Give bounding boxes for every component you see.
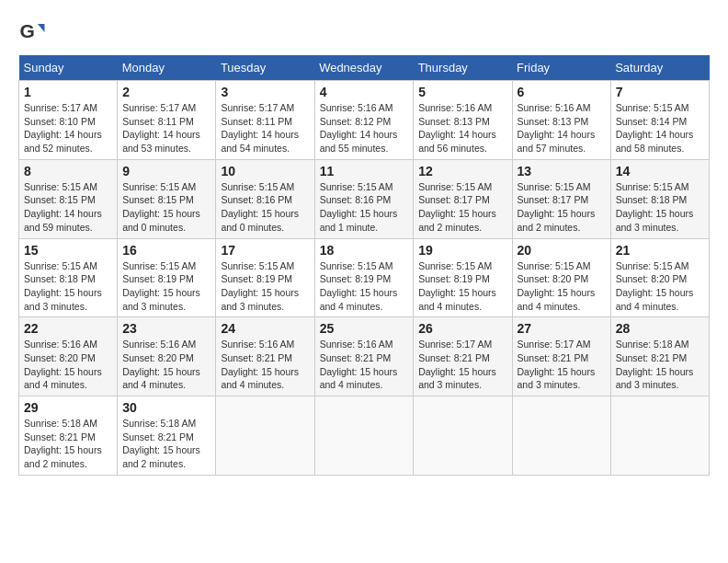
day-cell-10: 10Sunrise: 5:15 AMSunset: 8:16 PMDayligh… <box>216 159 314 238</box>
day-detail-22: Sunrise: 5:16 AMSunset: 8:20 PMDaylight:… <box>24 338 112 392</box>
day-detail-21: Sunrise: 5:15 AMSunset: 8:20 PMDaylight:… <box>616 259 704 314</box>
day-number-6: 6 <box>518 85 606 99</box>
day-number-8: 8 <box>24 164 112 178</box>
day-cell-30: 30Sunrise: 5:18 AMSunset: 8:21 PMDayligh… <box>118 396 216 476</box>
week-row-5: 29Sunrise: 5:18 AMSunset: 8:21 PMDayligh… <box>19 396 710 476</box>
day-cell-19: 19Sunrise: 5:15 AMSunset: 8:19 PMDayligh… <box>414 238 512 317</box>
day-cell-5: 5Sunrise: 5:16 AMSunset: 8:13 PMDaylight… <box>414 81 512 160</box>
week-row-2: 8Sunrise: 5:15 AMSunset: 8:15 PMDaylight… <box>19 159 710 238</box>
header-friday: Friday <box>512 55 610 81</box>
day-cell-22: 22Sunrise: 5:16 AMSunset: 8:20 PMDayligh… <box>19 317 118 396</box>
header-saturday: Saturday <box>610 55 709 81</box>
day-number-29: 29 <box>24 400 112 415</box>
day-cell-7: 7Sunrise: 5:15 AMSunset: 8:14 PMDaylight… <box>610 81 709 160</box>
day-cell-4: 4Sunrise: 5:16 AMSunset: 8:12 PMDaylight… <box>314 81 414 160</box>
day-detail-4: Sunrise: 5:16 AMSunset: 8:12 PMDaylight:… <box>320 101 409 155</box>
day-number-4: 4 <box>320 85 409 99</box>
day-cell-6: 6Sunrise: 5:16 AMSunset: 8:13 PMDaylight… <box>512 81 610 160</box>
day-detail-2: Sunrise: 5:17 AMSunset: 8:11 PMDaylight:… <box>122 101 210 155</box>
day-number-16: 16 <box>122 243 210 258</box>
day-number-23: 23 <box>122 321 210 336</box>
day-detail-16: Sunrise: 5:15 AMSunset: 8:19 PMDaylight:… <box>122 259 210 314</box>
day-detail-27: Sunrise: 5:17 AMSunset: 8:21 PMDaylight:… <box>518 338 606 392</box>
day-number-26: 26 <box>418 321 506 336</box>
empty-cell <box>610 396 709 476</box>
day-cell-9: 9Sunrise: 5:15 AMSunset: 8:15 PMDaylight… <box>118 159 216 238</box>
logo: G <box>18 18 50 46</box>
day-number-15: 15 <box>24 243 112 258</box>
empty-cell <box>512 396 610 476</box>
day-cell-14: 14Sunrise: 5:15 AMSunset: 8:18 PMDayligh… <box>610 159 709 238</box>
svg-text:G: G <box>20 20 35 41</box>
empty-cell <box>314 396 414 476</box>
day-cell-23: 23Sunrise: 5:16 AMSunset: 8:20 PMDayligh… <box>118 317 216 396</box>
day-detail-14: Sunrise: 5:15 AMSunset: 8:18 PMDaylight:… <box>616 180 704 235</box>
day-cell-18: 18Sunrise: 5:15 AMSunset: 8:19 PMDayligh… <box>314 238 414 317</box>
day-detail-29: Sunrise: 5:18 AMSunset: 8:21 PMDaylight:… <box>24 417 112 471</box>
day-cell-16: 16Sunrise: 5:15 AMSunset: 8:19 PMDayligh… <box>118 238 216 317</box>
day-detail-1: Sunrise: 5:17 AMSunset: 8:10 PMDaylight:… <box>24 101 112 155</box>
day-cell-28: 28Sunrise: 5:18 AMSunset: 8:21 PMDayligh… <box>610 317 709 396</box>
day-detail-5: Sunrise: 5:16 AMSunset: 8:13 PMDaylight:… <box>418 101 506 155</box>
calendar-table: Sunday Monday Tuesday Wednesday Thursday… <box>18 55 710 476</box>
day-detail-6: Sunrise: 5:16 AMSunset: 8:13 PMDaylight:… <box>518 101 606 155</box>
day-cell-3: 3Sunrise: 5:17 AMSunset: 8:11 PMDaylight… <box>216 81 314 160</box>
day-detail-26: Sunrise: 5:17 AMSunset: 8:21 PMDaylight:… <box>418 338 506 392</box>
week-row-1: 1Sunrise: 5:17 AMSunset: 8:10 PMDaylight… <box>19 81 710 160</box>
day-number-5: 5 <box>418 85 506 99</box>
day-cell-25: 25Sunrise: 5:16 AMSunset: 8:21 PMDayligh… <box>314 317 414 396</box>
day-detail-9: Sunrise: 5:15 AMSunset: 8:15 PMDaylight:… <box>122 180 210 235</box>
day-cell-15: 15Sunrise: 5:15 AMSunset: 8:18 PMDayligh… <box>19 238 118 317</box>
day-detail-30: Sunrise: 5:18 AMSunset: 8:21 PMDaylight:… <box>122 417 210 471</box>
day-detail-19: Sunrise: 5:15 AMSunset: 8:19 PMDaylight:… <box>418 259 506 314</box>
day-cell-29: 29Sunrise: 5:18 AMSunset: 8:21 PMDayligh… <box>19 396 118 476</box>
day-cell-2: 2Sunrise: 5:17 AMSunset: 8:11 PMDaylight… <box>118 81 216 160</box>
day-number-12: 12 <box>418 164 506 178</box>
day-cell-11: 11Sunrise: 5:15 AMSunset: 8:16 PMDayligh… <box>314 159 414 238</box>
empty-cell <box>216 396 314 476</box>
day-number-13: 13 <box>518 164 606 178</box>
day-cell-20: 20Sunrise: 5:15 AMSunset: 8:20 PMDayligh… <box>512 238 610 317</box>
day-number-11: 11 <box>320 164 409 178</box>
day-number-30: 30 <box>122 400 210 415</box>
day-cell-21: 21Sunrise: 5:15 AMSunset: 8:20 PMDayligh… <box>610 238 709 317</box>
day-detail-20: Sunrise: 5:15 AMSunset: 8:20 PMDaylight:… <box>518 259 606 314</box>
week-row-4: 22Sunrise: 5:16 AMSunset: 8:20 PMDayligh… <box>19 317 710 396</box>
day-detail-3: Sunrise: 5:17 AMSunset: 8:11 PMDaylight:… <box>221 101 309 155</box>
day-detail-23: Sunrise: 5:16 AMSunset: 8:20 PMDaylight:… <box>122 338 210 392</box>
day-detail-12: Sunrise: 5:15 AMSunset: 8:17 PMDaylight:… <box>418 180 506 235</box>
day-cell-26: 26Sunrise: 5:17 AMSunset: 8:21 PMDayligh… <box>414 317 512 396</box>
day-number-28: 28 <box>616 321 704 336</box>
day-detail-17: Sunrise: 5:15 AMSunset: 8:19 PMDaylight:… <box>221 259 309 314</box>
header: G <box>18 18 710 46</box>
day-detail-25: Sunrise: 5:16 AMSunset: 8:21 PMDaylight:… <box>320 338 409 392</box>
day-number-20: 20 <box>518 243 606 258</box>
day-detail-24: Sunrise: 5:16 AMSunset: 8:21 PMDaylight:… <box>221 338 309 392</box>
day-number-7: 7 <box>616 85 704 99</box>
empty-cell <box>414 396 512 476</box>
day-number-14: 14 <box>616 164 704 178</box>
day-cell-27: 27Sunrise: 5:17 AMSunset: 8:21 PMDayligh… <box>512 317 610 396</box>
day-cell-24: 24Sunrise: 5:16 AMSunset: 8:21 PMDayligh… <box>216 317 314 396</box>
day-cell-12: 12Sunrise: 5:15 AMSunset: 8:17 PMDayligh… <box>414 159 512 238</box>
day-number-10: 10 <box>221 164 309 178</box>
day-number-19: 19 <box>418 243 506 258</box>
day-detail-28: Sunrise: 5:18 AMSunset: 8:21 PMDaylight:… <box>616 338 704 392</box>
week-row-3: 15Sunrise: 5:15 AMSunset: 8:18 PMDayligh… <box>19 238 710 317</box>
header-wednesday: Wednesday <box>314 55 414 81</box>
day-number-3: 3 <box>221 85 309 99</box>
day-number-27: 27 <box>518 321 606 336</box>
day-number-21: 21 <box>616 243 704 258</box>
header-thursday: Thursday <box>414 55 512 81</box>
header-monday: Monday <box>118 55 216 81</box>
day-detail-7: Sunrise: 5:15 AMSunset: 8:14 PMDaylight:… <box>616 101 704 155</box>
header-tuesday: Tuesday <box>216 55 314 81</box>
day-number-9: 9 <box>122 164 210 178</box>
day-cell-13: 13Sunrise: 5:15 AMSunset: 8:17 PMDayligh… <box>512 159 610 238</box>
day-number-18: 18 <box>320 243 409 258</box>
logo-icon: G <box>18 18 46 46</box>
day-detail-13: Sunrise: 5:15 AMSunset: 8:17 PMDaylight:… <box>518 180 606 235</box>
day-number-25: 25 <box>320 321 409 336</box>
day-number-2: 2 <box>122 85 210 99</box>
day-detail-11: Sunrise: 5:15 AMSunset: 8:16 PMDaylight:… <box>320 180 409 235</box>
